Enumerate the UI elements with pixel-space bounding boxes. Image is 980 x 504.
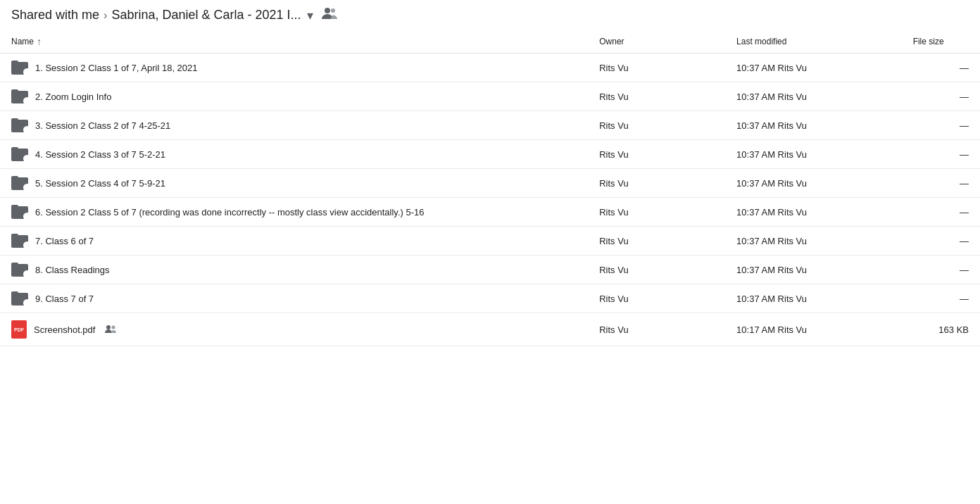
column-header-name[interactable]: Name ↑ (0, 30, 588, 53)
person-badge-icon (23, 241, 31, 249)
svg-point-11 (106, 325, 111, 329)
file-owner: Rits Vu (588, 284, 725, 313)
table-header-row: Name ↑ Owner Last modified File size (0, 30, 980, 53)
file-label: 9. Class 7 of 7 (35, 294, 94, 304)
folder-icon (11, 263, 28, 277)
file-size: — (902, 227, 980, 256)
folder-icon (11, 205, 28, 219)
file-name-cell-1: 1. Session 2 Class 1 of 7, April 18, 202… (0, 53, 588, 82)
file-name-cell-10: PDFScreenshot.pdf (0, 313, 588, 346)
breadcrumb-shared-with-me[interactable]: Shared with me (11, 8, 99, 23)
table-row[interactable]: 9. Class 7 of 7Rits Vu10:37 AM Rits Vu— (0, 284, 980, 313)
file-label: Screenshot.pdf (34, 325, 95, 335)
breadcrumb-separator: › (103, 9, 107, 22)
svg-point-4 (26, 127, 29, 130)
file-modified: 10:37 AM Rits Vu (725, 140, 902, 169)
table-row[interactable]: 6. Session 2 Class 5 of 7 (recording was… (0, 198, 980, 227)
file-label: 1. Session 2 Class 1 of 7, April 18, 202… (35, 63, 198, 73)
person-badge-icon (23, 213, 31, 220)
folder-icon (11, 61, 28, 75)
breadcrumb-people-icon[interactable] (322, 7, 337, 23)
file-size: — (902, 53, 980, 82)
file-size: — (902, 169, 980, 198)
folder-icon (11, 89, 28, 103)
file-size: — (902, 198, 980, 227)
column-header-last-modified[interactable]: Last modified (725, 30, 902, 53)
file-owner: Rits Vu (588, 53, 725, 82)
table-row[interactable]: 8. Class ReadingsRits Vu10:37 AM Rits Vu… (0, 256, 980, 284)
file-name-cell-5: 5. Session 2 Class 4 of 7 5-9-21 (0, 169, 588, 198)
person-badge-icon (23, 184, 31, 191)
file-label: 5. Session 2 Class 4 of 7 5-9-21 (35, 178, 165, 189)
breadcrumb-dropdown-icon[interactable]: ▾ (307, 8, 313, 23)
file-modified: 10:37 AM Rits Vu (725, 169, 902, 198)
breadcrumb-folder-name: Sabrina, Daniel & Carla - 2021 I... (111, 8, 301, 23)
folder-icon (11, 147, 28, 161)
table-row[interactable]: PDFScreenshot.pdfRits Vu10:17 AM Rits Vu… (0, 313, 980, 346)
column-header-owner[interactable]: Owner (588, 30, 725, 53)
file-size: — (902, 111, 980, 140)
file-name-cell-4: 4. Session 2 Class 3 of 7 5-2-21 (0, 140, 588, 169)
folder-icon (11, 234, 28, 248)
file-size: 163 KB (902, 313, 980, 346)
file-modified: 10:17 AM Rits Vu (725, 313, 902, 346)
column-header-file-size[interactable]: File size (902, 30, 980, 53)
file-modified: 10:37 AM Rits Vu (725, 82, 902, 111)
file-owner: Rits Vu (588, 227, 725, 256)
shared-icon (105, 324, 116, 335)
svg-point-6 (26, 185, 29, 188)
file-label: 2. Zoom Login Info (35, 92, 111, 102)
sort-arrow-icon: ↑ (37, 36, 42, 47)
file-name-cell-6: 6. Session 2 Class 5 of 7 (recording was… (0, 198, 588, 227)
table-row[interactable]: 2. Zoom Login InfoRits Vu10:37 AM Rits V… (0, 82, 980, 111)
file-name-cell-2: 2. Zoom Login Info (0, 82, 588, 111)
file-owner: Rits Vu (588, 111, 725, 140)
svg-point-3 (26, 99, 29, 101)
person-badge-icon (23, 299, 31, 307)
breadcrumb: Shared with me › Sabrina, Daniel & Carla… (0, 0, 980, 30)
folder-icon (11, 176, 28, 190)
file-modified: 10:37 AM Rits Vu (725, 284, 902, 313)
file-label: 4. Session 2 Class 3 of 7 5-2-21 (35, 149, 165, 160)
person-badge-icon (23, 155, 31, 163)
table-row[interactable]: 5. Session 2 Class 4 of 7 5-9-21Rits Vu1… (0, 169, 980, 198)
table-row[interactable]: 4. Session 2 Class 3 of 7 5-2-21Rits Vu1… (0, 140, 980, 169)
svg-point-5 (26, 156, 29, 159)
file-owner: Rits Vu (588, 198, 725, 227)
svg-point-7 (26, 214, 29, 217)
file-owner: Rits Vu (588, 82, 725, 111)
file-name-cell-9: 9. Class 7 of 7 (0, 284, 588, 313)
file-modified: 10:37 AM Rits Vu (725, 256, 902, 284)
file-modified: 10:37 AM Rits Vu (725, 198, 902, 227)
person-badge-icon (23, 126, 31, 134)
person-badge-icon (23, 68, 31, 76)
file-table: Name ↑ Owner Last modified File size 1. (0, 30, 980, 346)
file-name-cell-3: 3. Session 2 Class 2 of 7 4-25-21 (0, 111, 588, 140)
file-modified: 10:37 AM Rits Vu (725, 111, 902, 140)
file-owner: Rits Vu (588, 140, 725, 169)
file-modified: 10:37 AM Rits Vu (725, 53, 902, 82)
folder-icon (11, 291, 28, 305)
table-row[interactable]: 1. Session 2 Class 1 of 7, April 18, 202… (0, 53, 980, 82)
table-row[interactable]: 7. Class 6 of 7Rits Vu10:37 AM Rits Vu— (0, 227, 980, 256)
svg-point-0 (325, 8, 330, 13)
file-label: 6. Session 2 Class 5 of 7 (recording was… (35, 207, 424, 218)
file-size: — (902, 82, 980, 111)
svg-point-12 (112, 326, 115, 329)
svg-point-9 (26, 272, 29, 275)
file-name-cell-8: 8. Class Readings (0, 256, 588, 284)
svg-point-2 (26, 70, 29, 73)
table-row[interactable]: 3. Session 2 Class 2 of 7 4-25-21Rits Vu… (0, 111, 980, 140)
svg-point-1 (331, 8, 335, 13)
pdf-icon: PDF (11, 320, 27, 339)
file-owner: Rits Vu (588, 169, 725, 198)
file-size: — (902, 256, 980, 284)
file-owner: Rits Vu (588, 256, 725, 284)
folder-icon (11, 118, 28, 132)
file-label: 8. Class Readings (35, 265, 110, 275)
file-label: 7. Class 6 of 7 (35, 236, 94, 246)
person-badge-icon (23, 270, 31, 278)
file-modified: 10:37 AM Rits Vu (725, 227, 902, 256)
person-badge-icon (23, 97, 31, 105)
file-name-cell-7: 7. Class 6 of 7 (0, 227, 588, 256)
